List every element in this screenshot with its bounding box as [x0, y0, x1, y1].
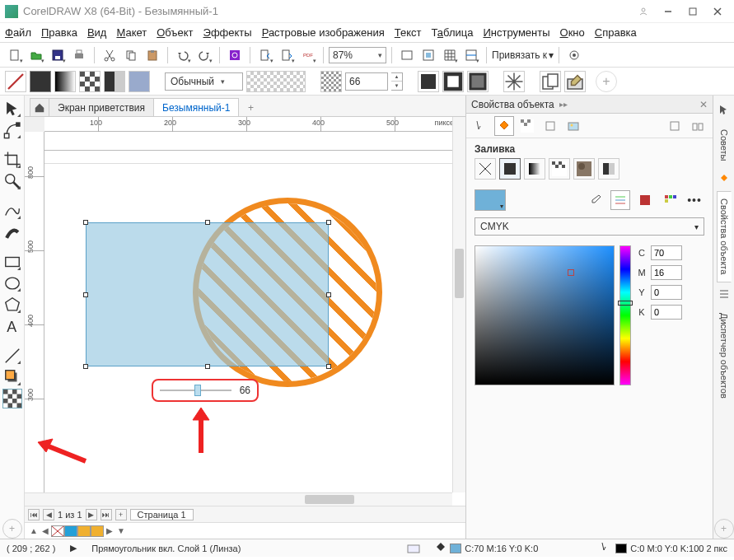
vertical-scrollbar[interactable] [452, 117, 465, 492]
preview-button[interactable] [418, 45, 438, 65]
next-page-button[interactable]: ▶ [86, 509, 97, 520]
shape-tool[interactable] [2, 120, 22, 140]
menu-bitmap[interactable]: Растровые изображения [262, 26, 385, 39]
menu-view[interactable]: Вид [87, 26, 107, 39]
crop-tool[interactable] [2, 150, 22, 170]
tab-object-properties[interactable]: Свойства объекта [717, 191, 732, 282]
apply-both-button[interactable] [467, 71, 489, 92]
panel-close-button[interactable]: ✕ [699, 99, 708, 110]
color-model-combo[interactable]: CMYK [475, 217, 704, 236]
transparency-preview[interactable] [246, 71, 306, 92]
menu-text[interactable]: Текст [395, 26, 422, 39]
tab-scroll-mode[interactable] [665, 116, 685, 136]
options-button[interactable] [564, 45, 584, 65]
fullscreen-button[interactable] [397, 45, 417, 65]
horizontal-ruler[interactable]: 100 200 300 400 500 пиксели [44, 117, 465, 132]
menu-window[interactable]: Окно [560, 26, 585, 39]
user-icon[interactable] [632, 3, 655, 20]
search-content-button[interactable] [225, 45, 245, 65]
m-field[interactable] [651, 265, 682, 280]
status-fill-swatch[interactable] [450, 544, 461, 553]
open-button[interactable] [26, 45, 46, 65]
c-field[interactable] [651, 245, 682, 260]
freehand-tool[interactable] [2, 201, 22, 221]
fill-uniform[interactable] [499, 158, 521, 180]
eyedropper-button[interactable] [586, 190, 605, 210]
menu-effects[interactable]: Эффекты [203, 26, 252, 39]
redo-button[interactable] [194, 45, 214, 65]
page-tab[interactable]: Страница 1 [130, 509, 194, 520]
tab-summary[interactable] [540, 116, 560, 136]
tab-outline[interactable] [471, 116, 491, 136]
tab-fill[interactable] [494, 116, 514, 136]
rectangle-tool[interactable] [2, 252, 22, 272]
menu-file[interactable]: Файл [5, 26, 31, 39]
palette-swatch[interactable] [91, 525, 104, 537]
tab-hints[interactable]: Советы [717, 122, 732, 168]
transparency-twocolor-button[interactable] [104, 71, 125, 92]
export-button[interactable] [277, 45, 297, 65]
transparency-pattern-button[interactable] [79, 71, 101, 92]
props-icon[interactable] [714, 170, 734, 189]
import-button[interactable] [255, 45, 275, 65]
zoom-tool[interactable] [2, 171, 22, 191]
save-button[interactable] [48, 45, 68, 65]
fill-texture[interactable] [573, 158, 595, 180]
fill-postscript[interactable] [598, 158, 619, 180]
color-proof-icon[interactable] [407, 543, 420, 554]
pin-icon[interactable]: ▸▸ [559, 100, 568, 109]
more-options-button[interactable]: ••• [685, 190, 704, 210]
copy-transparency-button[interactable] [540, 71, 561, 92]
opacity-slider-popup[interactable]: 66 [152, 379, 259, 402]
slider-thumb[interactable] [194, 385, 201, 396]
publish-pdf-button[interactable]: PDF [298, 45, 318, 65]
palette-swatch[interactable] [64, 525, 77, 537]
maximize-button[interactable] [681, 3, 704, 20]
artistic-media-tool[interactable] [2, 222, 22, 242]
palette-none[interactable] [51, 525, 64, 537]
print-button[interactable] [69, 45, 89, 65]
fill-pattern[interactable] [549, 158, 570, 180]
palette-swatch[interactable] [77, 525, 91, 537]
y-field[interactable] [651, 285, 682, 300]
objmgr-icon[interactable] [714, 284, 734, 304]
add-preset-button[interactable]: + [596, 71, 617, 92]
paste-button[interactable] [143, 45, 162, 65]
fill-fountain[interactable] [524, 158, 545, 180]
edit-transparency-button[interactable] [564, 71, 586, 92]
transparency-none-button[interactable] [5, 71, 26, 92]
last-page-button[interactable]: ⏭ [101, 509, 112, 520]
apply-outline-button[interactable] [442, 71, 464, 92]
home-tab[interactable] [30, 98, 49, 116]
color-viewer-button[interactable] [635, 190, 655, 210]
opacity-field[interactable]: 66 [345, 72, 388, 91]
menu-layout[interactable]: Макет [116, 26, 147, 39]
close-button[interactable] [706, 3, 729, 20]
polygon-tool[interactable] [2, 295, 22, 315]
palette-down[interactable]: ▼ [115, 526, 127, 535]
dropshadow-tool[interactable] [2, 367, 22, 387]
apply-fill-button[interactable] [418, 71, 439, 92]
prev-page-button[interactable]: ◀ [43, 509, 54, 520]
tab-tab-mode[interactable] [688, 116, 708, 136]
k-field[interactable] [651, 305, 682, 320]
connector-tool[interactable] [2, 346, 22, 366]
transparency-uniform-button[interactable] [30, 71, 51, 92]
color-palettes-button[interactable] [660, 190, 680, 210]
zoom-combo[interactable]: 87% [329, 47, 386, 63]
fill-none[interactable] [475, 158, 496, 180]
pick-tool[interactable] [2, 99, 22, 119]
hue-bar[interactable] [619, 245, 631, 385]
tab-bitmap[interactable] [563, 116, 583, 136]
palette-up[interactable]: ▲ [28, 526, 40, 535]
menu-object[interactable]: Объект [157, 26, 193, 39]
docker-add-button[interactable]: + [714, 519, 734, 539]
transparency-target-button[interactable] [320, 71, 342, 92]
fill-color-swatch[interactable] [475, 189, 506, 211]
text-tool[interactable]: A [2, 316, 22, 336]
cut-button[interactable] [100, 45, 119, 65]
tab-transparency[interactable] [517, 116, 537, 136]
grid-button[interactable] [440, 45, 460, 65]
new-tab-button[interactable]: + [242, 100, 259, 116]
rectangle-object[interactable] [86, 222, 329, 366]
